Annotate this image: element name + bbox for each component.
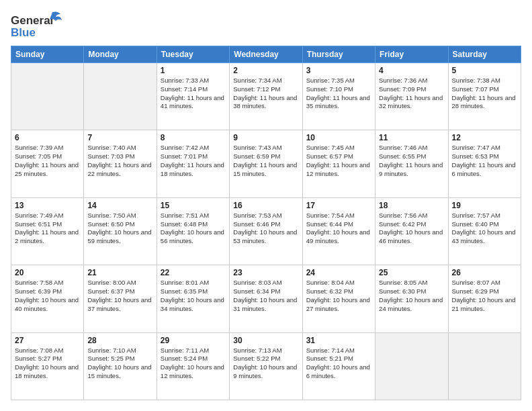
day-info: Sunrise: 8:04 AMSunset: 6:32 PMDaylight:…	[306, 279, 371, 313]
calendar-cell: 14Sunrise: 7:50 AMSunset: 6:50 PMDayligh…	[84, 197, 157, 265]
weekday-header-wednesday: Wednesday	[230, 46, 302, 63]
day-info: Sunrise: 7:08 AMSunset: 5:27 PMDaylight:…	[15, 347, 80, 381]
weekday-header-saturday: Saturday	[448, 46, 521, 63]
day-info: Sunrise: 7:43 AMSunset: 6:59 PMDaylight:…	[233, 144, 298, 178]
day-number: 21	[87, 268, 152, 277]
calendar-cell	[11, 63, 84, 130]
day-info: Sunrise: 7:10 AMSunset: 5:25 PMDaylight:…	[87, 347, 152, 381]
day-info: Sunrise: 7:54 AMSunset: 6:44 PMDaylight:…	[306, 212, 371, 246]
calendar-cell: 31Sunrise: 7:14 AMSunset: 5:21 PMDayligh…	[302, 332, 375, 400]
day-number: 14	[87, 201, 152, 210]
day-info: Sunrise: 8:07 AMSunset: 6:29 PMDaylight:…	[452, 279, 517, 313]
day-info: Sunrise: 7:40 AMSunset: 7:03 PMDaylight:…	[87, 144, 152, 178]
calendar-cell: 7Sunrise: 7:40 AMSunset: 7:03 PMDaylight…	[84, 130, 157, 197]
day-number: 17	[306, 201, 371, 210]
day-number: 22	[161, 268, 226, 277]
day-number: 25	[379, 268, 444, 277]
day-number: 23	[233, 268, 298, 277]
day-info: Sunrise: 7:42 AMSunset: 7:01 PMDaylight:…	[161, 144, 226, 178]
day-info: Sunrise: 8:03 AMSunset: 6:34 PMDaylight:…	[233, 279, 298, 313]
calendar-cell: 1Sunrise: 7:33 AMSunset: 7:14 PMDaylight…	[157, 63, 229, 130]
calendar-body: 1Sunrise: 7:33 AMSunset: 7:14 PMDaylight…	[11, 63, 521, 400]
day-number: 15	[161, 201, 226, 210]
day-number: 2	[233, 66, 298, 75]
day-info: Sunrise: 7:13 AMSunset: 5:22 PMDaylight:…	[233, 347, 298, 381]
svg-text:Blue: Blue	[11, 26, 36, 39]
calendar-cell: 20Sunrise: 7:58 AMSunset: 6:39 PMDayligh…	[11, 265, 84, 332]
day-number: 8	[161, 133, 226, 142]
calendar-cell: 18Sunrise: 7:56 AMSunset: 6:42 PMDayligh…	[375, 197, 448, 265]
calendar-table: SundayMondayTuesdayWednesdayThursdayFrid…	[11, 46, 521, 400]
day-info: Sunrise: 7:34 AMSunset: 7:12 PMDaylight:…	[233, 77, 298, 111]
calendar-cell: 19Sunrise: 7:57 AMSunset: 6:40 PMDayligh…	[448, 197, 521, 265]
header: GeneralBlue	[11, 11, 521, 39]
day-number: 7	[87, 133, 152, 142]
calendar-week-row: 13Sunrise: 7:49 AMSunset: 6:51 PMDayligh…	[11, 197, 521, 265]
day-info: Sunrise: 7:14 AMSunset: 5:21 PMDaylight:…	[306, 347, 371, 381]
day-number: 16	[233, 201, 298, 210]
day-info: Sunrise: 8:05 AMSunset: 6:30 PMDaylight:…	[379, 279, 444, 313]
calendar-cell: 17Sunrise: 7:54 AMSunset: 6:44 PMDayligh…	[302, 197, 375, 265]
day-number: 28	[87, 336, 152, 345]
day-number: 31	[306, 336, 371, 345]
svg-text:General: General	[11, 14, 53, 27]
calendar-cell: 15Sunrise: 7:51 AMSunset: 6:48 PMDayligh…	[157, 197, 229, 265]
calendar-week-row: 20Sunrise: 7:58 AMSunset: 6:39 PMDayligh…	[11, 265, 521, 332]
calendar-cell: 26Sunrise: 8:07 AMSunset: 6:29 PMDayligh…	[448, 265, 521, 332]
calendar-cell: 6Sunrise: 7:39 AMSunset: 7:05 PMDaylight…	[11, 130, 84, 197]
day-info: Sunrise: 7:58 AMSunset: 6:39 PMDaylight:…	[15, 279, 80, 313]
day-info: Sunrise: 7:51 AMSunset: 6:48 PMDaylight:…	[161, 212, 226, 246]
page: GeneralBlue SundayMondayTuesdayWednesday…	[0, 0, 532, 411]
calendar-cell	[375, 332, 448, 400]
day-info: Sunrise: 7:35 AMSunset: 7:10 PMDaylight:…	[306, 77, 371, 111]
day-number: 26	[452, 268, 517, 277]
day-info: Sunrise: 7:46 AMSunset: 6:55 PMDaylight:…	[379, 144, 444, 178]
day-number: 29	[161, 336, 226, 345]
day-number: 10	[306, 133, 371, 142]
calendar-cell: 25Sunrise: 8:05 AMSunset: 6:30 PMDayligh…	[375, 265, 448, 332]
day-info: Sunrise: 7:39 AMSunset: 7:05 PMDaylight:…	[15, 144, 80, 178]
calendar-header: SundayMondayTuesdayWednesdayThursdayFrid…	[11, 46, 521, 63]
day-info: Sunrise: 7:47 AMSunset: 6:53 PMDaylight:…	[452, 144, 517, 178]
weekday-header-friday: Friday	[375, 46, 448, 63]
day-number: 6	[15, 133, 80, 142]
calendar-cell: 16Sunrise: 7:53 AMSunset: 6:46 PMDayligh…	[230, 197, 302, 265]
calendar-cell: 12Sunrise: 7:47 AMSunset: 6:53 PMDayligh…	[448, 130, 521, 197]
day-info: Sunrise: 7:11 AMSunset: 5:24 PMDaylight:…	[161, 347, 226, 381]
day-info: Sunrise: 7:33 AMSunset: 7:14 PMDaylight:…	[161, 77, 226, 111]
day-number: 1	[161, 66, 226, 75]
day-number: 9	[233, 133, 298, 142]
day-info: Sunrise: 7:36 AMSunset: 7:09 PMDaylight:…	[379, 77, 444, 111]
calendar-cell: 29Sunrise: 7:11 AMSunset: 5:24 PMDayligh…	[157, 332, 229, 400]
calendar-cell: 11Sunrise: 7:46 AMSunset: 6:55 PMDayligh…	[375, 130, 448, 197]
day-info: Sunrise: 8:00 AMSunset: 6:37 PMDaylight:…	[87, 279, 152, 313]
day-number: 5	[452, 66, 517, 75]
weekday-header-thursday: Thursday	[302, 46, 375, 63]
calendar-cell: 3Sunrise: 7:35 AMSunset: 7:10 PMDaylight…	[302, 63, 375, 130]
day-info: Sunrise: 7:56 AMSunset: 6:42 PMDaylight:…	[379, 212, 444, 246]
day-info: Sunrise: 7:53 AMSunset: 6:46 PMDaylight:…	[233, 212, 298, 246]
weekday-header-sunday: Sunday	[11, 46, 84, 63]
calendar-cell	[84, 63, 157, 130]
day-number: 20	[15, 268, 80, 277]
day-info: Sunrise: 7:38 AMSunset: 7:07 PMDaylight:…	[452, 77, 517, 111]
weekday-header-monday: Monday	[84, 46, 157, 63]
calendar-cell: 10Sunrise: 7:45 AMSunset: 6:57 PMDayligh…	[302, 130, 375, 197]
day-number: 27	[15, 336, 80, 345]
day-number: 11	[379, 133, 444, 142]
calendar-cell: 23Sunrise: 8:03 AMSunset: 6:34 PMDayligh…	[230, 265, 302, 332]
day-info: Sunrise: 8:01 AMSunset: 6:35 PMDaylight:…	[161, 279, 226, 313]
day-number: 4	[379, 66, 444, 75]
day-number: 3	[306, 66, 371, 75]
weekday-header-row: SundayMondayTuesdayWednesdayThursdayFrid…	[11, 46, 521, 63]
logo-svg: GeneralBlue	[11, 11, 71, 39]
calendar-cell: 9Sunrise: 7:43 AMSunset: 6:59 PMDaylight…	[230, 130, 302, 197]
day-number: 19	[452, 201, 517, 210]
weekday-header-tuesday: Tuesday	[157, 46, 229, 63]
calendar-cell: 30Sunrise: 7:13 AMSunset: 5:22 PMDayligh…	[230, 332, 302, 400]
day-number: 30	[233, 336, 298, 345]
day-info: Sunrise: 7:57 AMSunset: 6:40 PMDaylight:…	[452, 212, 517, 246]
calendar-cell: 21Sunrise: 8:00 AMSunset: 6:37 PMDayligh…	[84, 265, 157, 332]
day-info: Sunrise: 7:50 AMSunset: 6:50 PMDaylight:…	[87, 212, 152, 246]
calendar-cell: 27Sunrise: 7:08 AMSunset: 5:27 PMDayligh…	[11, 332, 84, 400]
